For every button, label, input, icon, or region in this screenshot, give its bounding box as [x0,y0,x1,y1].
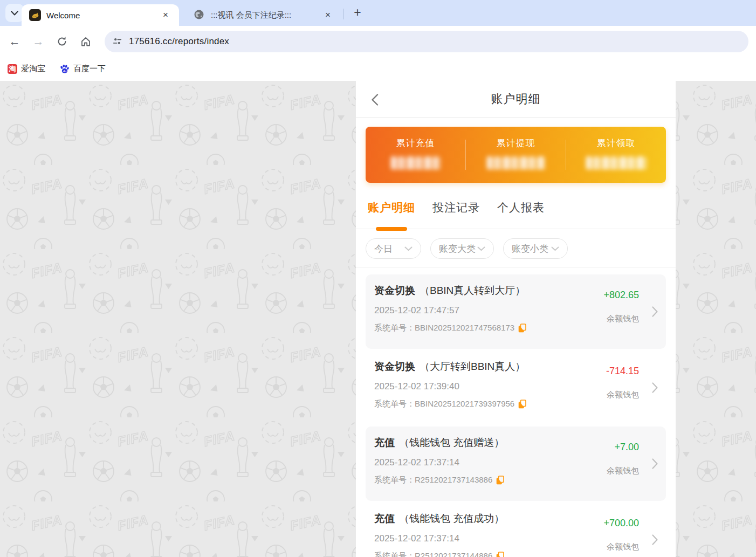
copy-icon[interactable] [518,400,526,409]
transaction-wallet: 余额钱包 [607,466,639,476]
chevron-down-icon [11,11,18,16]
address-bar[interactable]: 175616.cc/reports/index [105,31,748,52]
transaction-info: 充值（钱能钱包 充值成功） 2025-12-02 17:37:14 系统单号：R… [374,512,504,557]
chevron-right-icon[interactable] [652,458,658,469]
transaction-order-number: 系统单号：BBIN202512021747568173 [374,323,514,333]
bookmark-baidu[interactable]: du 百度一下 [59,64,106,74]
tab-personal-report[interactable]: 个人报表 [497,200,545,215]
chevron-down-icon [477,246,485,251]
filter-date-dropdown[interactable]: 今日 [366,238,421,259]
tab-title: :::视讯 会员下注纪录::: [211,10,322,20]
tab-close-icon[interactable]: × [160,9,171,22]
chevron-down-icon [551,246,559,251]
browser-tab-strip: Welcome × :::视讯 会员下注纪录::: × + [0,0,756,26]
transaction-amount: +802.65 [603,290,639,301]
tab-search-button[interactable] [5,4,24,22]
transaction-title: 资金切换（BBIN真人转到大厅） [374,284,526,298]
forward-arrow-icon[interactable]: → [29,32,47,51]
browser-toolbar: ← → 175616.cc/reports/index [0,26,756,57]
stat-value-redacted [391,156,441,169]
bookmark-aitaobao[interactable]: 淘 爱淘宝 [8,64,45,74]
filter-minor-category-dropdown[interactable]: 账变小类 [503,238,568,259]
transaction-type: 充值 [374,437,395,448]
transaction-amount-block: +7.00 余额钱包 [607,442,639,476]
transaction-type: 资金切换 [374,361,415,372]
transaction-detail: （大厅转到BBIN真人） [420,361,525,372]
tab-account-detail[interactable]: 账户明细 [368,200,415,215]
account-detail-panel: 账户明细 累计充值 累计提现 累计领取 账户明细 [356,81,676,557]
transaction-amount: +7.00 [607,442,639,453]
tab-label: 投注记录 [432,201,480,214]
transaction-detail: （BBIN真人转到大厅） [420,285,525,296]
transaction-order-number: 系统单号：R2512021737143886 [374,475,492,485]
transaction-detail: （钱能钱包 充值赠送） [399,437,504,448]
stat-value-redacted [487,156,545,169]
chevron-right-icon[interactable] [652,306,658,317]
section-tabs: 账户明细 投注记录 个人报表 [356,200,676,229]
transaction-time: 2025-12-02 17:39:40 [374,381,526,392]
transaction-list: 资金切换（BBIN真人转到大厅） 2025-12-02 17:47:57 系统单… [356,267,676,557]
transaction-wallet: 余额钱包 [603,542,639,552]
stat-total-claimed: 累计领取 [566,127,666,183]
new-tab-button[interactable]: + [349,4,366,20]
transaction-order-row: 系统单号：R2512021737143886 [374,475,504,485]
panel-header: 账户明细 [356,81,676,118]
copy-icon[interactable] [518,324,526,333]
totals-summary-card: 累计充值 累计提现 累计领取 [366,127,666,183]
transaction-title: 充值（钱能钱包 充值成功） [374,512,504,526]
bookmarks-bar: 淘 爱淘宝 du 百度一下 [0,57,756,81]
browser-tab-video-records[interactable]: :::视讯 会员下注纪录::: × [186,4,341,26]
filter-label: 账变小类 [512,243,548,255]
transaction-wallet: 余额钱包 [606,390,639,400]
stat-label: 累计充值 [396,137,435,149]
home-icon[interactable] [77,32,95,51]
copy-icon[interactable] [496,552,504,557]
transaction-amount-block: +802.65 余额钱包 [603,290,639,324]
transaction-type: 资金切换 [374,285,415,296]
tab-close-icon[interactable]: × [322,9,334,22]
baidu-paw-icon: du [59,64,70,74]
browser-tab-welcome[interactable]: Welcome × [22,4,179,26]
transaction-row[interactable]: 资金切换（BBIN真人转到大厅） 2025-12-02 17:47:57 系统单… [366,274,666,349]
transaction-type: 充值 [374,513,395,524]
chevron-right-icon[interactable] [652,382,658,393]
bookmark-label: 爱淘宝 [21,64,45,74]
tab-title: Welcome [46,11,160,20]
page-title: 账户明细 [491,91,541,107]
transaction-time: 2025-12-02 17:47:57 [374,305,526,316]
filter-label: 今日 [374,243,393,255]
transaction-title: 资金切换（大厅转到BBIN真人） [374,360,526,374]
page-content: FIFA [0,81,756,557]
globe-icon [194,9,205,21]
transaction-detail: （钱能钱包 充值成功） [399,513,504,524]
transaction-row[interactable]: 充值（钱能钱包 充值赠送） 2025-12-02 17:37:14 系统单号：R… [366,427,666,501]
transaction-wallet: 余额钱包 [603,314,639,324]
transaction-order-number: 系统单号：BBIN202512021739397956 [374,399,514,409]
stat-total-deposit: 累计充值 [366,127,465,183]
reload-icon[interactable] [53,32,71,51]
chevron-right-icon[interactable] [652,534,658,545]
tab-bet-records[interactable]: 投注记录 [432,200,480,215]
copy-icon[interactable] [496,476,504,485]
filter-major-category-dropdown[interactable]: 账变大类 [430,238,494,259]
chevron-down-icon [404,246,413,251]
transaction-order-row: 系统单号：BBIN202512021747568173 [374,323,526,333]
stat-label: 累计领取 [597,137,636,149]
active-tab-underline [376,227,407,231]
transaction-order-row: 系统单号：R2512021737144886 [374,551,504,557]
site-settings-tune-icon[interactable] [112,36,122,46]
transaction-amount: +700.00 [603,518,639,529]
site-favicon [29,9,41,21]
filter-label: 账变大类 [439,243,476,255]
back-arrow-icon[interactable]: ← [5,32,24,51]
back-chevron-icon[interactable] [371,94,379,108]
transaction-amount-block: -714.15 余额钱包 [606,366,639,400]
transaction-row[interactable]: 资金切换（大厅转到BBIN真人） 2025-12-02 17:39:40 系统单… [366,350,666,425]
transaction-row[interactable]: 充值（钱能钱包 充值成功） 2025-12-02 17:37:14 系统单号：R… [366,503,666,557]
transaction-info: 充值（钱能钱包 充值赠送） 2025-12-02 17:37:14 系统单号：R… [374,436,504,485]
tab-label: 账户明细 [368,201,415,214]
stat-value-redacted [586,156,647,169]
transaction-order-row: 系统单号：BBIN202512021739397956 [374,399,526,409]
tab-label: 个人报表 [497,201,545,214]
stat-total-withdraw: 累计提现 [466,127,566,183]
